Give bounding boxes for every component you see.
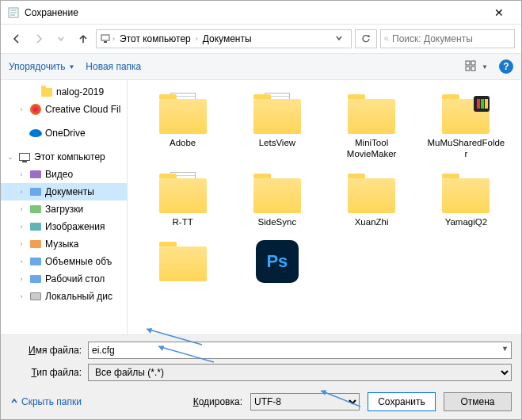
file-item-label: Adobe xyxy=(170,137,196,148)
file-item-label: YamagiQ2 xyxy=(445,216,487,227)
encoding-select[interactable]: UTF-8 xyxy=(250,393,360,410)
svg-rect-15 xyxy=(485,99,488,109)
sidebar-item-6[interactable]: ›Загрузки xyxy=(1,200,127,218)
sidebar-item-1[interactable]: ›Creative Cloud Fil xyxy=(1,101,127,118)
search-box[interactable] xyxy=(380,29,515,48)
save-button[interactable]: Сохранить xyxy=(368,392,436,411)
expand-chevron[interactable]: › xyxy=(17,205,26,213)
file-item-7[interactable]: YamagiQ2 xyxy=(421,169,512,231)
svg-line-7 xyxy=(387,40,389,41)
folder-icon xyxy=(442,99,490,134)
file-item-label: XuanZhi xyxy=(355,216,389,227)
sidebar-item-3[interactable]: ⌄Этот компьютер xyxy=(1,148,127,166)
back-button[interactable] xyxy=(7,29,26,48)
view-icons-button[interactable] xyxy=(464,59,477,74)
lib-icon xyxy=(29,238,42,250)
sidebar-item-label: Creative Cloud Fil xyxy=(45,104,120,115)
sidebar-item-11[interactable]: ›Локальный дис xyxy=(1,288,127,305)
expand-chevron[interactable]: › xyxy=(17,275,26,283)
recent-dropdown[interactable] xyxy=(51,29,70,48)
svg-rect-8 xyxy=(466,61,470,65)
sidebar-item-0[interactable]: nalog-2019 xyxy=(1,83,127,101)
help-button[interactable]: ? xyxy=(499,59,513,74)
refresh-button[interactable] xyxy=(355,29,377,48)
expand-chevron[interactable]: › xyxy=(17,170,26,178)
pc-icon xyxy=(100,32,111,46)
filetype-label: Тип файла: xyxy=(10,367,82,378)
sidebar-item-label: Этот компьютер xyxy=(34,151,105,162)
sidebar-item-label: OneDrive xyxy=(45,128,86,139)
lib-icon xyxy=(29,273,42,285)
svg-rect-10 xyxy=(466,67,470,71)
expand-chevron[interactable]: › xyxy=(17,240,26,248)
footer: Скрыть папки Кодировка: UTF-8 Сохранить … xyxy=(1,384,521,419)
content: nalog-2019›Creative Cloud FilOneDrive⌄Эт… xyxy=(1,80,521,334)
file-item-0[interactable]: Adobe xyxy=(137,90,228,162)
sidebar-item-label: Объемные объ xyxy=(45,256,112,267)
search-input[interactable] xyxy=(392,33,511,44)
navbar: › Этот компьютер › Документы xyxy=(1,25,521,53)
file-item-2[interactable]: MiniTool MovieMaker xyxy=(326,90,417,162)
folder-icon xyxy=(253,99,301,134)
forward-button[interactable] xyxy=(29,29,48,48)
close-button[interactable]: ✕ xyxy=(483,6,515,19)
folder-icon xyxy=(348,178,395,213)
up-button[interactable] xyxy=(74,29,93,48)
breadcrumb[interactable]: › Этот компьютер › Документы xyxy=(96,29,352,48)
sidebar-item-9[interactable]: ›Объемные объ xyxy=(1,253,127,270)
expand-chevron[interactable]: › xyxy=(17,223,26,231)
lib-icon xyxy=(29,220,42,233)
folder-icon xyxy=(40,86,53,98)
sidebar-item-10[interactable]: ›Рабочий стол xyxy=(1,270,127,288)
sidebar-item-label: Загрузки xyxy=(45,204,83,215)
breadcrumb-documents[interactable]: Документы xyxy=(200,33,255,44)
expand-chevron[interactable]: ⌄ xyxy=(6,153,15,161)
file-item-5[interactable]: SideSync xyxy=(231,169,322,231)
organize-menu[interactable]: Упорядочить ▼ xyxy=(9,61,74,72)
expand-chevron[interactable]: › xyxy=(17,258,26,265)
file-item-label: MuMuSharedFolder xyxy=(426,137,505,159)
svg-rect-9 xyxy=(471,61,475,65)
expand-chevron[interactable]: › xyxy=(17,292,26,300)
sidebar-item-8[interactable]: ›Музыка xyxy=(1,235,127,253)
expand-chevron[interactable]: › xyxy=(17,188,26,196)
file-item-8[interactable] xyxy=(137,237,228,288)
lib-icon xyxy=(29,168,42,181)
view-dropdown[interactable]: ▼ xyxy=(482,63,488,71)
file-item-4[interactable]: R-TT xyxy=(137,169,228,231)
lib-icon xyxy=(29,185,42,198)
svg-rect-13 xyxy=(477,99,480,109)
file-item-9[interactable]: Ps xyxy=(231,237,322,288)
chevron-right-icon: › xyxy=(112,35,115,43)
file-item-label: LetsView xyxy=(259,137,295,148)
sidebar-item-label: Изображения xyxy=(45,221,105,232)
sidebar-item-label: Музыка xyxy=(45,239,78,250)
file-grid[interactable]: AdobeLetsViewMiniTool MovieMakerMuMuShar… xyxy=(128,80,521,334)
filetype-select[interactable]: Все файлы (*.*) xyxy=(88,364,512,381)
filename-label: Имя файла: xyxy=(10,345,82,356)
cc-icon xyxy=(29,103,42,116)
app-icon xyxy=(7,6,20,19)
file-item-3[interactable]: MuMuSharedFolder xyxy=(421,90,512,162)
breadcrumb-dropdown[interactable] xyxy=(330,33,348,44)
svg-rect-4 xyxy=(101,35,109,40)
sidebar: nalog-2019›Creative Cloud FilOneDrive⌄Эт… xyxy=(1,80,128,334)
file-item-1[interactable]: LetsView xyxy=(231,90,322,162)
expand-chevron[interactable]: › xyxy=(17,105,26,113)
new-folder-button[interactable]: Новая папка xyxy=(86,61,141,72)
sidebar-item-2[interactable]: OneDrive xyxy=(1,124,127,142)
cancel-button[interactable]: Отмена xyxy=(444,392,512,411)
file-item-6[interactable]: XuanZhi xyxy=(326,169,417,231)
breadcrumb-this-pc[interactable]: Этот компьютер xyxy=(116,33,194,44)
drive-icon xyxy=(29,290,42,303)
folder-icon xyxy=(348,99,395,134)
svg-rect-14 xyxy=(481,99,484,109)
lib-icon xyxy=(29,255,42,268)
hide-folders-toggle[interactable]: Скрыть папки xyxy=(10,396,82,407)
sidebar-item-7[interactable]: ›Изображения xyxy=(1,218,127,235)
filename-input[interactable] xyxy=(88,342,512,359)
sidebar-item-5[interactable]: ›Документы xyxy=(1,183,127,200)
sidebar-item-4[interactable]: ›Видео xyxy=(1,166,127,183)
sidebar-item-label: Рабочий стол xyxy=(45,273,105,284)
window-title: Сохранение xyxy=(25,7,483,18)
